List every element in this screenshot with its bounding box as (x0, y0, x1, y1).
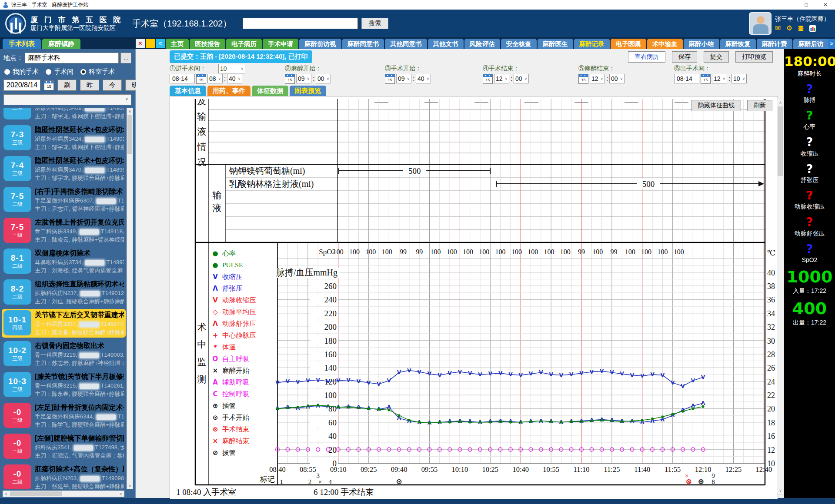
tab-手术申请[interactable]: 手术申请 (263, 39, 298, 49)
location-input[interactable] (25, 53, 119, 63)
minute-select[interactable]: 00 (514, 74, 529, 83)
scroll-up-icon[interactable]: ∧ (127, 108, 133, 114)
toolbar-button-查看病历[interactable]: 查看病历 (628, 51, 665, 63)
tab-电子医嘱[interactable]: 电子医嘱 (611, 39, 646, 49)
search-button[interactable]: 搜索 (361, 18, 388, 29)
hide-vitals-curve-button[interactable]: 隐藏体征曲线 (691, 100, 741, 111)
subtab-用药、事件[interactable]: 用药、事件 (207, 86, 250, 96)
coins-icon[interactable] (798, 25, 804, 32)
toolbar-button-打印预览[interactable]: 打印预览 (735, 51, 773, 63)
subtab-基本信息[interactable]: 基本信息 (170, 86, 206, 96)
surgery-list-item[interactable]: -0二级肛瘘切除术+高位（复杂性）肛瘘挂线术肛肠科病房N203,T149098,… (2, 463, 126, 489)
subtab-图表预览[interactable]: 图表预览 (290, 86, 326, 96)
radio-icon[interactable] (80, 69, 86, 75)
radio-我的手术[interactable]: 我的手术 (4, 68, 39, 76)
avatar[interactable] (749, 12, 772, 35)
tab-其他同意书[interactable]: 其他同意书 (385, 39, 427, 49)
scroll-tabs-left-icon[interactable]: < (156, 39, 165, 48)
date-input[interactable]: 08-14 (674, 74, 699, 83)
sidebar-vertical-scrollbar[interactable]: ∧ ∨ (127, 108, 133, 489)
calendar-icon[interactable]: 15 (578, 74, 588, 84)
surgery-list-item[interactable]: -0三级[左足]趾骨骨折复位内固定术+[左足]清创手足显微外科病房6344,T1… (2, 401, 126, 430)
tab-麻醉前访视[interactable]: 麻醉前访视 (299, 39, 341, 49)
surgery-list-item[interactable]: 8-2二级组织选择性直肠粘膜环切术+外痔切除术肛肠科病房N237,T149012… (2, 278, 126, 307)
maximize-icon[interactable]: □ (797, 2, 816, 8)
day-button-昨[interactable]: 昨 (80, 80, 99, 91)
date-input[interactable]: 2020/8/14 (3, 80, 40, 91)
calendar-icon[interactable]: 15 (701, 74, 711, 84)
filter-select[interactable] (3, 94, 131, 105)
tab-术中输血[interactable]: 术中输血 (647, 39, 683, 49)
toolbar-button-提交[interactable]: 提交 (704, 51, 729, 63)
tab-麻醉计费[interactable]: 麻醉计费 (757, 39, 792, 49)
tab-surgery-list[interactable]: 手术列表 (3, 39, 41, 49)
search-input[interactable] (243, 18, 358, 29)
scroll-down-icon[interactable]: ∨ (777, 487, 784, 494)
tab-麻醉恢复[interactable]: 麻醉恢复 (720, 39, 756, 49)
tab-医技报告[interactable]: 医技报告 (190, 39, 225, 49)
gear-icon[interactable]: ⚙ (786, 25, 792, 32)
radio-icon[interactable] (46, 69, 51, 75)
scroll-down-icon[interactable]: ∨ (127, 483, 133, 489)
date-input[interactable]: 08-14 (170, 74, 195, 83)
calendar-icon[interactable]: 15 (285, 74, 295, 84)
calendar-icon[interactable]: 15 (44, 80, 54, 90)
tab-麻醉医生[interactable]: 麻醉医生 (538, 39, 573, 49)
surgery-list-item[interactable]: 7-3三级隐匿性阴茎延长术+包皮环切术+嵌顿包茎泌尿外科病房3424,T1490… (2, 124, 126, 153)
day-button-今[interactable]: 今 (103, 80, 122, 91)
surgery-list-item[interactable]: 10-3三级[膝关节镜]关节镜下半月板修整成形术+关骨一科病房3215,T140… (2, 371, 126, 399)
minimize-icon[interactable]: – (778, 2, 797, 8)
tab-麻醉记录[interactable]: 麻醉记录 (574, 39, 610, 49)
scroll-up-icon[interactable]: ∧ (777, 99, 784, 106)
location-more-button[interactable]: ... (120, 53, 131, 63)
surgery-list-item[interactable]: 三级泌尿外科病房3409,T149000, 男, 12岁2个主刀：邬宇龙, 蛛网… (2, 108, 126, 122)
tab-麻醉同意书[interactable]: 麻醉同意书 (342, 39, 384, 49)
close-icon[interactable]: ✕ (816, 2, 835, 8)
calendar-icon[interactable]: 15 (385, 74, 395, 84)
hour-select[interactable]: 12 (712, 74, 727, 83)
room-select[interactable]: 10 (218, 64, 245, 73)
tab-风险评估[interactable]: 风险评估 (464, 39, 500, 49)
yellow-marker-button[interactable] (146, 39, 155, 48)
hour-select[interactable]: 09 (296, 74, 311, 83)
sidebar-horizontal-scrollbar[interactable]: < > (3, 491, 124, 497)
hour-select[interactable]: 08 (207, 74, 223, 83)
mail-icon[interactable]: ✉ (775, 25, 781, 32)
hour-select[interactable]: 12 (590, 74, 605, 83)
minute-select[interactable]: 00 (609, 74, 625, 83)
surgery-list-item[interactable]: 10-2三级右锁骨内固定物取出术骨一科病房3219,T149003, 男, 38… (2, 340, 126, 368)
scrollbar-thumb[interactable] (127, 115, 132, 154)
scroll-right-icon[interactable]: > (118, 491, 124, 497)
hour-select[interactable]: 09 (396, 74, 411, 83)
tab-anesthesia-sedation[interactable]: 麻醉镇静 (42, 39, 80, 49)
hour-select[interactable]: 12 (494, 74, 509, 83)
surgery-list-item[interactable]: 8-1二级双侧扁桃体切除术耳鼻喉科病房3734,T148976, 女, 26岁：… (2, 247, 126, 276)
calendar-icon[interactable]: 15 (196, 74, 206, 84)
minute-select[interactable]: 40 (416, 74, 431, 83)
tab-电子病历[interactable]: 电子病历 (226, 39, 262, 49)
refresh-button[interactable]: 刷新 (747, 100, 772, 111)
surgery-list-item[interactable]: 7-5二级[右手]手拇指多指畸形切除术手足显微外科病房6307,T149046,… (2, 186, 126, 214)
close-tab-icon[interactable]: ✕ (136, 39, 145, 48)
radio-icon[interactable] (4, 69, 10, 75)
scrollbar-thumb[interactable] (10, 491, 62, 496)
main-vertical-scrollbar[interactable]: ∧ ∨ (777, 99, 784, 494)
day-button-刷[interactable]: 刷 (57, 80, 77, 91)
toolbar-button-保存[interactable]: 保存 (672, 51, 697, 63)
tab-安全核查[interactable]: 安全核查 (501, 39, 537, 49)
tab-麻醉小结[interactable]: 麻醉小结 (684, 39, 719, 49)
surgery-list-item[interactable]: -0三级[左侧]腹腔镜下单侧输卵管切除术+[右侧]妇科病房3541,T12749… (2, 432, 126, 461)
minute-select[interactable]: 40 (227, 74, 242, 83)
radio-手术间[interactable]: 手术间 (46, 68, 73, 76)
surgery-list-item[interactable]: 10-1四级关节镜下左后交叉韧带重建术+[左膝关节骨一科病房3207,T1458… (2, 309, 126, 338)
tab-麻醉后访[interactable]: 麻醉后访 (793, 39, 828, 49)
minute-select[interactable]: 00 (316, 74, 331, 83)
scroll-left-icon[interactable]: < (3, 491, 9, 497)
tab-其他文书[interactable]: 其他文书 (428, 39, 464, 49)
minute-select[interactable]: 10 (731, 74, 747, 83)
scroll-tabs-right-icon[interactable]: > (828, 39, 835, 49)
surgery-list-item[interactable]: 7-5三级左肱骨髁上骨折切开复位克氏针内固定术骨二科病房3349,T149118… (2, 216, 126, 245)
calendar-icon[interactable]: 15 (483, 74, 493, 84)
surgery-list-item[interactable]: 7-4三级隐匿性阴茎延长术+包皮环切术+显微镜下泌尿外科病房3470,T1489… (2, 155, 126, 183)
subtab-体征数据[interactable]: 体征数据 (252, 86, 288, 96)
